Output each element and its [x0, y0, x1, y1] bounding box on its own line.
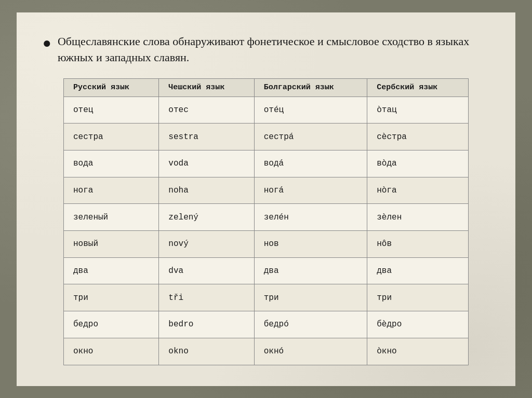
table-row: зеленыйzelenýзелéнзèлен	[64, 204, 469, 231]
table-row: ногаnohaногáнòга	[64, 177, 469, 204]
table-row: новыйnovýновнôв	[64, 231, 469, 258]
table-cell: нога	[64, 177, 159, 204]
table-row: дваdvaдвадва	[64, 257, 469, 284]
col-header-russian: Русский язык	[64, 79, 159, 97]
table-cell: три	[64, 284, 159, 311]
table-cell: окно	[64, 338, 159, 365]
col-header-serbian: Сербский язык	[367, 79, 469, 97]
slide: ● Общеславянские слова обнаруживают фоне…	[17, 12, 515, 386]
table-cell: новый	[64, 231, 159, 258]
bullet-text: Общеславянские слова обнаруживают фонети…	[58, 33, 489, 66]
table-cell: нôв	[367, 231, 469, 258]
table-cell: нов	[254, 231, 367, 258]
table-row: отецотесотéцòтац	[64, 97, 469, 123]
table-cell: сèстра	[367, 123, 469, 150]
table-cell: noha	[159, 177, 254, 204]
table-cell: зèлен	[367, 204, 469, 231]
table-cell: отец	[64, 97, 159, 123]
table-cell: зеленый	[64, 204, 159, 231]
table-cell: òкно	[367, 338, 469, 365]
table-row: окноoknoокнóòкно	[64, 338, 469, 365]
table-cell: три	[367, 284, 469, 311]
table-cell: сестра	[64, 123, 159, 150]
table-cell: вода	[64, 150, 159, 177]
table-cell: nový	[159, 231, 254, 258]
bullet-point: ● Общеславянские слова обнаруживают фоне…	[43, 33, 489, 66]
table-cell: sestra	[159, 123, 254, 150]
table-container: Русский язык Чешский язык Болгарский язы…	[43, 78, 489, 365]
table-cell: bedro	[159, 311, 254, 338]
col-header-czech: Чешский язык	[159, 79, 254, 97]
table-cell: бедро	[64, 311, 159, 338]
table-cell: ногá	[254, 177, 367, 204]
table-row: триtřiтритри	[64, 284, 469, 311]
table-cell: dva	[159, 257, 254, 284]
table-cell: сестрá	[254, 123, 367, 150]
table-cell: водá	[254, 150, 367, 177]
table-cell: два	[254, 257, 367, 284]
table-cell: бедрó	[254, 311, 367, 338]
table-cell: нòга	[367, 177, 469, 204]
table-cell: отес	[159, 97, 254, 123]
table-header-row: Русский язык Чешский язык Болгарский язы…	[64, 79, 469, 97]
table-cell: зелéн	[254, 204, 367, 231]
table-cell: три	[254, 284, 367, 311]
table-cell: òтац	[367, 97, 469, 123]
table-cell: окнó	[254, 338, 367, 365]
table-row: водаvodaводáвòда	[64, 150, 469, 177]
table-cell: бèдро	[367, 311, 469, 338]
table-cell: tři	[159, 284, 254, 311]
table-cell: voda	[159, 150, 254, 177]
col-header-bulgarian: Болгарский язык	[254, 79, 367, 97]
table-cell: вòда	[367, 150, 469, 177]
table-cell: отéц	[254, 97, 367, 123]
table-cell: два	[367, 257, 469, 284]
table-row: сестраsestraсестрáсèстра	[64, 123, 469, 150]
table-cell: okno	[159, 338, 254, 365]
table-row: бедроbedroбедрóбèдро	[64, 311, 469, 338]
table-cell: zelený	[159, 204, 254, 231]
comparison-table: Русский язык Чешский язык Болгарский язы…	[63, 78, 469, 365]
table-cell: два	[64, 257, 159, 284]
bullet-dot: ●	[43, 34, 51, 52]
